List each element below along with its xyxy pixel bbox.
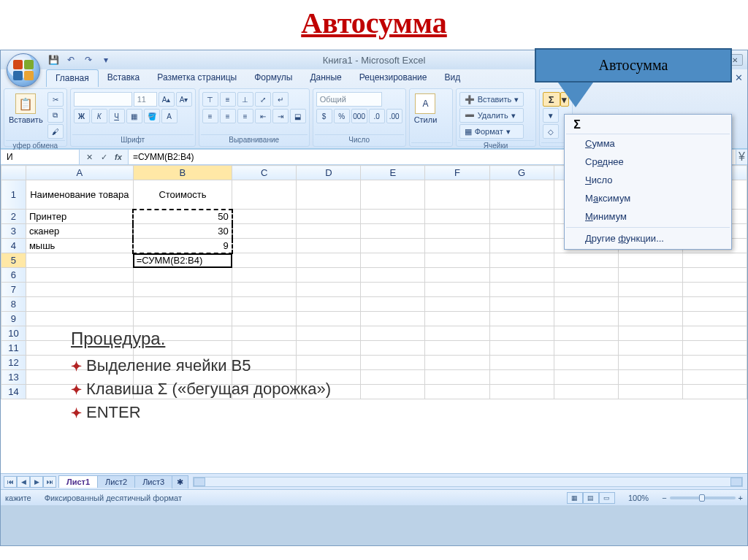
- ribbon-help-icon[interactable]: ✕: [735, 72, 743, 83]
- italic-button[interactable]: К: [91, 109, 107, 123]
- number-format-combo[interactable]: Общий: [316, 92, 382, 107]
- cell[interactable]: 9: [133, 239, 232, 253]
- font-size-combo[interactable]: 11: [134, 92, 157, 107]
- menu-item-sum[interactable]: Сумма: [566, 134, 730, 153]
- comma-icon[interactable]: 000: [351, 109, 367, 123]
- bold-button[interactable]: Ж: [74, 109, 90, 123]
- align-top-icon[interactable]: ⊤: [202, 92, 218, 107]
- menu-item-count[interactable]: Число: [566, 171, 730, 189]
- view-page-layout-icon[interactable]: ▤: [583, 492, 599, 504]
- row-header[interactable]: 2: [1, 210, 26, 224]
- cell[interactable]: 30: [133, 224, 232, 239]
- save-icon[interactable]: 💾: [46, 53, 61, 67]
- format-cells-button[interactable]: ▦ Формат ▾: [459, 124, 524, 139]
- percent-icon[interactable]: %: [334, 109, 350, 123]
- row-header[interactable]: 12: [1, 356, 26, 370]
- next-sheet-icon[interactable]: ▶: [30, 476, 43, 488]
- last-sheet-icon[interactable]: ⏭: [43, 476, 56, 488]
- row-header[interactable]: 10: [1, 326, 26, 341]
- cell[interactable]: Принтер: [26, 210, 133, 224]
- view-normal-icon[interactable]: ▦: [567, 492, 583, 504]
- dec-decimal-icon[interactable]: .00: [386, 109, 402, 123]
- align-right-icon[interactable]: ≡: [237, 109, 253, 123]
- menu-item-more-functions[interactable]: Другие функции...: [566, 229, 730, 248]
- copy-icon[interactable]: ⧉: [47, 108, 64, 123]
- tab-review[interactable]: Рецензирование: [351, 69, 436, 87]
- sheet-tab-2[interactable]: Лист2: [97, 475, 135, 488]
- font-color-icon[interactable]: A: [161, 109, 178, 123]
- col-header-c[interactable]: C: [232, 166, 297, 180]
- col-header-a[interactable]: A: [26, 166, 133, 180]
- format-painter-icon[interactable]: 🖌: [47, 124, 64, 139]
- col-header-e[interactable]: E: [361, 166, 425, 180]
- row-header[interactable]: 11: [1, 341, 26, 356]
- font-name-combo[interactable]: [74, 92, 132, 107]
- zoom-slider[interactable]: [670, 496, 736, 499]
- tab-view[interactable]: Вид: [435, 69, 469, 87]
- fill-icon[interactable]: ▼: [543, 108, 559, 123]
- clear-icon[interactable]: ◇: [543, 124, 559, 139]
- row-header[interactable]: 4: [1, 239, 26, 253]
- menu-item-average[interactable]: Среднее: [566, 153, 730, 171]
- border-icon[interactable]: ▦: [126, 109, 142, 123]
- cell[interactable]: мышь: [26, 239, 133, 253]
- col-header-d[interactable]: D: [297, 166, 361, 180]
- indent-dec-icon[interactable]: ⇤: [255, 109, 271, 123]
- expand-formula-bar-icon[interactable]: ¥: [736, 150, 747, 164]
- redo-icon[interactable]: ↷: [81, 53, 96, 67]
- active-cell[interactable]: =СУММ(B2:B4): [133, 253, 232, 268]
- row-header[interactable]: 5: [1, 253, 26, 268]
- row-header[interactable]: 7: [1, 283, 26, 297]
- cell[interactable]: сканер: [26, 224, 133, 239]
- view-page-break-icon[interactable]: ▭: [599, 492, 615, 504]
- row-header[interactable]: 13: [1, 370, 26, 385]
- col-header-f[interactable]: F: [425, 166, 489, 180]
- scroll-right-icon[interactable]: [730, 477, 742, 486]
- name-box[interactable]: И: [1, 150, 80, 164]
- col-header-g[interactable]: G: [489, 166, 554, 180]
- cut-icon[interactable]: ✂: [47, 92, 64, 107]
- new-sheet-icon[interactable]: ✱: [172, 475, 188, 488]
- prev-sheet-icon[interactable]: ◀: [17, 476, 30, 488]
- tab-insert[interactable]: Вставка: [99, 69, 149, 87]
- orientation-icon[interactable]: ⤢: [255, 92, 271, 107]
- sheet-tab-1[interactable]: Лист1: [58, 475, 98, 488]
- align-center-icon[interactable]: ≡: [220, 109, 236, 123]
- shrink-font-icon[interactable]: A▾: [176, 92, 192, 107]
- first-sheet-icon[interactable]: ⏮: [4, 476, 17, 488]
- cell[interactable]: [26, 253, 133, 268]
- sheet-tab-3[interactable]: Лист3: [134, 475, 172, 488]
- indent-inc-icon[interactable]: ⇥: [272, 109, 289, 123]
- cell[interactable]: 50: [133, 210, 232, 224]
- office-button[interactable]: [7, 53, 40, 87]
- tab-home[interactable]: Главная: [46, 69, 99, 87]
- row-header[interactable]: 6: [1, 268, 26, 283]
- align-left-icon[interactable]: ≡: [202, 109, 218, 123]
- row-header[interactable]: 3: [1, 224, 26, 239]
- paste-button[interactable]: 📋 Вставить: [7, 92, 45, 126]
- cancel-formula-icon[interactable]: ✕: [83, 151, 96, 163]
- qat-dropdown-icon[interactable]: ▾: [99, 53, 113, 67]
- wrap-text-icon[interactable]: ↵: [272, 92, 289, 107]
- underline-button[interactable]: Ч: [109, 109, 125, 123]
- zoom-in-icon[interactable]: +: [739, 494, 743, 502]
- horizontal-scrollbar[interactable]: [193, 477, 743, 487]
- delete-cells-button[interactable]: ➖ Удалить ▾: [459, 108, 524, 123]
- fx-icon[interactable]: fx: [112, 151, 125, 163]
- row-header[interactable]: 14: [1, 385, 26, 399]
- grow-font-icon[interactable]: A▴: [159, 92, 175, 107]
- styles-button[interactable]: A Стили: [413, 92, 439, 126]
- zoom-level[interactable]: 100%: [628, 494, 649, 502]
- tab-formulas[interactable]: Формулы: [245, 69, 301, 87]
- cell[interactable]: Стоимость: [133, 180, 232, 210]
- tab-data[interactable]: Данные: [301, 69, 350, 87]
- row-header[interactable]: 8: [1, 297, 26, 312]
- align-middle-icon[interactable]: ≡: [220, 92, 236, 107]
- scroll-left-icon[interactable]: [194, 477, 205, 486]
- row-header[interactable]: 1: [1, 180, 26, 210]
- select-all-corner[interactable]: [1, 166, 26, 180]
- undo-icon[interactable]: ↶: [64, 53, 78, 67]
- inc-decimal-icon[interactable]: .0: [369, 109, 385, 123]
- align-bottom-icon[interactable]: ⊥: [237, 92, 253, 107]
- col-header-b[interactable]: B: [133, 166, 232, 180]
